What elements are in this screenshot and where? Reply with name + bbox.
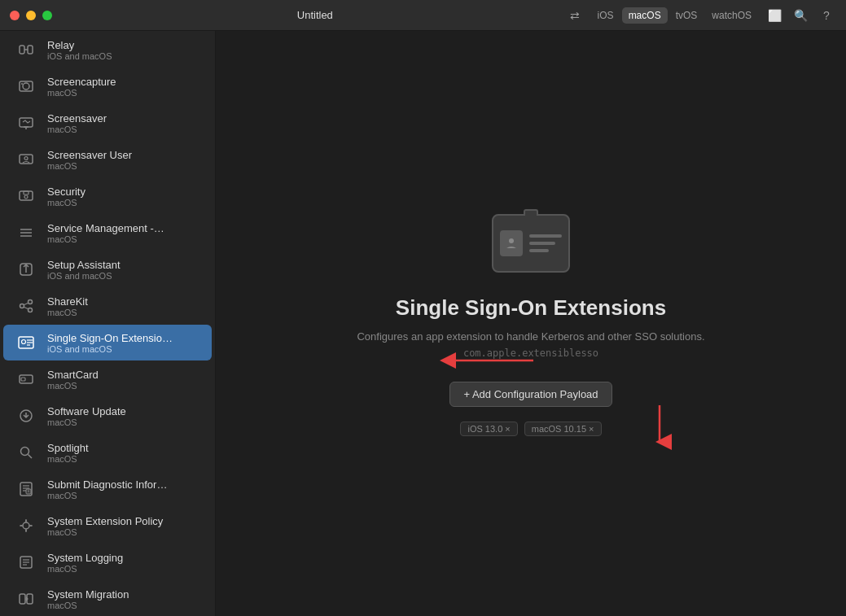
close-button[interactable] [10, 11, 20, 20]
sidebar: Relay iOS and macOS Screencapture macOS [0, 31, 216, 616]
sidebar-item-screencapture[interactable]: Screencapture macOS [3, 68, 212, 104]
id-card-notch [524, 209, 538, 216]
sidebar-item-submit-diagnostic[interactable]: Submit Diagnostic Infor… macOS [3, 471, 212, 507]
add-configuration-payload-button[interactable]: + Add Configuration Payload [449, 382, 611, 407]
svg-rect-9 [20, 155, 33, 164]
relay-icon [13, 37, 39, 63]
platform-tabs: iOS macOS tvOS watchOS [591, 7, 758, 24]
spotlight-icon [13, 439, 39, 465]
setup-assistant-icon [13, 256, 39, 282]
tab-tvos[interactable]: tvOS [669, 7, 704, 24]
sidebar-item-system-extension-policy[interactable]: System Extension Policy macOS [3, 508, 212, 544]
sidebar-item-submit-diagnostic-text: Submit Diagnostic Infor… macOS [47, 478, 167, 500]
id-card-line-1 [529, 234, 562, 238]
sidebar-item-single-sign-on-text: Single Sign-On Extensio… iOS and macOS [47, 332, 173, 354]
sidebar-item-service-management[interactable]: Service Management -… macOS [3, 215, 212, 251]
arrow-down [647, 405, 672, 453]
svg-rect-1 [28, 46, 33, 54]
service-management-icon [13, 220, 39, 246]
sidebar-item-screencapture-text: Screencapture macOS [47, 76, 116, 98]
security-icon [13, 183, 39, 209]
id-card [492, 214, 570, 273]
sidebar-item-setup-assistant-text: Setup Assistant iOS and macOS [47, 259, 121, 281]
submit-diagnostic-icon [13, 476, 39, 502]
system-logging-icon [13, 549, 39, 575]
software-update-icon [13, 403, 39, 429]
svg-point-21 [28, 308, 33, 312]
search-icon[interactable]: 🔍 [791, 6, 810, 25]
svg-rect-0 [20, 46, 24, 54]
sidebar-item-service-management-text: Service Management -… macOS [47, 222, 164, 244]
sidebar-item-sharekit[interactable]: ShareKit macOS [3, 288, 212, 324]
svg-point-32 [21, 448, 29, 456]
sidebar-item-relay-text: Relay iOS and macOS [47, 39, 112, 61]
help-icon[interactable]: ? [817, 6, 836, 25]
sidebar-item-smartcard[interactable]: SmartCard macOS [3, 361, 212, 397]
svg-point-44 [20, 525, 22, 526]
svg-rect-30 [21, 378, 25, 381]
svg-point-45 [30, 525, 32, 526]
sidebar-item-software-update-text: Software Update macOS [47, 405, 126, 427]
sidebar-item-system-extension-policy-text: System Extension Policy macOS [47, 515, 163, 537]
sidebar-item-sharekit-text: ShareKit macOS [47, 295, 88, 317]
svg-rect-6 [20, 118, 33, 127]
sidebar-item-setup-assistant[interactable]: Setup Assistant iOS and macOS [3, 251, 212, 287]
sidebar-item-system-migration[interactable]: System Migration macOS [3, 581, 212, 616]
sidebar-item-single-sign-on[interactable]: Single Sign-On Extensio… iOS and macOS [3, 325, 212, 360]
id-card-line-2 [529, 242, 555, 245]
minimize-button[interactable] [26, 11, 36, 20]
sidebar-item-software-update[interactable]: Software Update macOS [3, 398, 212, 434]
sidebar-item-security-text: Security macOS [47, 186, 85, 208]
svg-line-23 [24, 307, 28, 309]
id-card-lines [529, 234, 562, 252]
svg-point-5 [21, 83, 23, 85]
device-icon[interactable]: ⬜ [765, 6, 784, 25]
svg-point-13 [24, 195, 28, 199]
svg-point-19 [20, 304, 24, 308]
sso-icon [490, 211, 572, 276]
svg-rect-50 [20, 594, 25, 604]
sidebar-item-screensaver-user-text: Screensaver User macOS [47, 149, 132, 171]
system-migration-icon [13, 586, 39, 612]
single-sign-on-icon [13, 330, 39, 356]
screensaver-user-icon [13, 146, 39, 173]
window-title: Untitled [65, 9, 565, 21]
tab-macos[interactable]: macOS [622, 7, 668, 24]
version-tag-ios[interactable]: iOS 13.0 × [460, 422, 517, 436]
svg-point-56 [509, 238, 514, 243]
version-tag-macos[interactable]: macOS 10.15 × [524, 422, 602, 436]
svg-point-10 [24, 157, 28, 160]
sidebar-item-screensaver-text: Screensaver macOS [47, 112, 107, 134]
sidebar-item-screensaver[interactable]: Screensaver macOS [3, 105, 212, 141]
sidebar-item-relay[interactable]: Relay iOS and macOS [3, 32, 212, 68]
system-extension-policy-icon [13, 513, 39, 539]
traffic-lights [10, 11, 52, 20]
version-tags: iOS 13.0 × macOS 10.15 × [460, 422, 601, 436]
svg-point-20 [28, 300, 33, 304]
title-bar: Untitled ⇄ iOS macOS tvOS watchOS ⬜ 🔍 ? [0, 0, 846, 31]
filter-icon[interactable]: ⇄ [565, 6, 585, 25]
sidebar-item-security[interactable]: Security macOS [3, 178, 212, 214]
content-title: Single Sign-On Extensions [396, 295, 666, 321]
sidebar-item-system-logging[interactable]: System Logging macOS [3, 544, 212, 580]
content-description: Configures an app extension to handle Ke… [357, 330, 704, 343]
sidebar-item-spotlight-text: Spotlight macOS [47, 442, 89, 464]
main-layout: Relay iOS and macOS Screencapture macOS [0, 31, 846, 616]
svg-point-42 [25, 520, 27, 522]
screencapture-icon [13, 73, 39, 99]
content-area: Single Sign-On Extensions Configures an … [216, 31, 846, 616]
arrow-left [436, 348, 533, 376]
tab-ios[interactable]: iOS [591, 7, 620, 24]
id-card-line-3 [529, 249, 549, 252]
smartcard-icon [13, 366, 39, 392]
sidebar-item-smartcard-text: SmartCard macOS [47, 369, 99, 391]
maximize-button[interactable] [42, 11, 52, 20]
tab-watchos[interactable]: watchOS [705, 7, 758, 24]
svg-point-3 [23, 83, 29, 90]
sidebar-item-spotlight[interactable]: Spotlight macOS [3, 435, 212, 470]
sharekit-icon [13, 293, 39, 319]
svg-point-25 [22, 340, 26, 344]
id-card-photo [500, 230, 523, 256]
sidebar-item-screensaver-user[interactable]: Screensaver User macOS [3, 142, 212, 177]
svg-line-22 [24, 303, 28, 305]
